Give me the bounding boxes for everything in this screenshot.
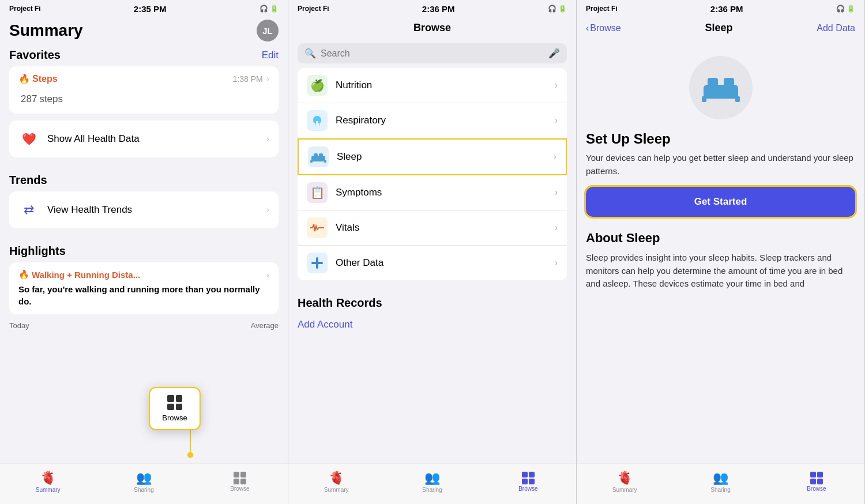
tab-summary-1[interactable]: 🫀 Summary [0,464,96,499]
respiratory-label: Respiratory [336,115,555,126]
svg-rect-11 [735,96,740,102]
svg-rect-2 [319,153,323,157]
status-bar-3: Project Fi 2:36 PM 🎧 🔋 [577,0,864,17]
mic-icon[interactable]: 🎤 [548,48,560,59]
nutrition-icon: 🍏 [307,75,328,96]
other-data-chevron-icon: › [555,258,558,268]
favorites-header: Favorites [9,48,61,62]
svg-rect-6 [311,262,323,264]
about-sleep-text: Sleep provides insight into your sleep h… [586,251,855,291]
steps-count: 287steps [18,85,269,107]
tab-sharing-label-1: Sharing [134,487,153,493]
category-sleep[interactable]: Sleep › [298,138,567,175]
sharing-icon-2: 👥 [424,471,440,486]
browse-tab-icon-2 [522,472,535,484]
today-label: Today [9,321,29,330]
carrier-3: Project Fi [586,5,618,13]
screen-browse: Project Fi 2:36 PM 🎧 🔋 Browse 🔍 🎤 🍏 Nutr… [288,0,577,504]
tab-summary-label-2: Summary [324,487,349,493]
browse-tooltip: Browse [149,387,201,430]
highlights-text: So far, you're walking and running more … [18,283,269,307]
tab-bar-2: 🫀 Summary 👥 Sharing Browse [288,464,576,504]
get-started-button[interactable]: Get Started [586,187,855,217]
summary-icon-3: 🫀 [617,471,633,486]
avatar-1[interactable]: JL [257,20,279,42]
tab-browse-2[interactable]: Browse [480,464,576,499]
category-respiratory[interactable]: Respiratory › [298,103,567,138]
category-vitals[interactable]: Vitals › [298,210,567,246]
category-other-data[interactable]: Other Data › [298,246,567,280]
tab-browse-1[interactable]: Browse [192,464,288,499]
time-3: 2:36 PM [710,4,743,14]
search-bar[interactable]: 🔍 🎤 [298,43,567,63]
show-all-health-data-button[interactable]: ❤️ Show All Health Data › [9,121,279,157]
svg-rect-4 [324,160,326,163]
vitals-chevron-icon: › [555,223,558,233]
vitals-icon [307,217,328,238]
category-list: 🍏 Nutrition › Respiratory › [298,68,567,280]
browse-tab-icon-1 [234,472,246,484]
health-records-section: Health Records Add Account [288,287,576,337]
svg-rect-9 [724,78,734,87]
tab-summary-2[interactable]: 🫀 Summary [288,464,384,499]
walking-highlight-card[interactable]: 🔥 Walking + Running Dista... › So far, y… [9,262,279,314]
tab-browse-label-1: Browse [230,486,249,492]
sleep-content-area: Set Up Sleep Your devices can help you g… [577,39,864,464]
setup-sleep-title: Set Up Sleep [586,131,855,147]
search-input[interactable] [321,48,544,59]
symptoms-label: Symptoms [336,187,555,198]
svg-rect-0 [311,156,325,161]
tab-sharing-2[interactable]: 👥 Sharing [384,464,480,499]
steps-card[interactable]: 🔥 Steps 1:38 PM › 287steps [9,66,279,114]
health-records-title: Health Records [298,296,567,310]
tab-bar-3: 🫀 Summary 👥 Sharing Browse [577,464,864,504]
show-all-chevron-icon: › [266,134,269,144]
steps-chevron-icon: › [266,74,269,84]
view-trends-label: View Health Trends [47,204,266,216]
trends-chevron-icon: › [266,205,269,215]
back-chevron-icon: ‹ [586,23,589,33]
category-symptoms[interactable]: 📋 Symptoms › [298,175,567,210]
sleep-icon [308,146,329,167]
sleep-label: Sleep [337,151,554,163]
svg-rect-7 [704,85,738,99]
browse-grid-icon [167,395,182,410]
page-title-1: Summary [9,21,83,40]
tab-summary-3[interactable]: 🫀 Summary [577,464,672,499]
category-nutrition[interactable]: 🍏 Nutrition › [298,68,567,103]
setup-sleep-desc: Your devices can help you get better sle… [586,152,855,178]
add-data-button[interactable]: Add Data [817,23,855,33]
content-1: Favorites Edit 🔥 Steps 1:38 PM › 287step… [0,46,288,464]
edit-button[interactable]: Edit [262,50,279,61]
tab-sharing-label-3: Sharing [710,487,730,493]
view-health-trends-button[interactable]: ⇄ View Health Trends › [9,191,279,228]
screen-sleep: Project Fi 2:36 PM 🎧 🔋 ‹ Browse Sleep Ad… [577,0,865,504]
svg-rect-10 [702,96,706,102]
browse-content: 🍏 Nutrition › Respiratory › [288,68,576,464]
back-button[interactable]: ‹ Browse [586,23,621,33]
heart-icon: ❤️ [18,129,39,149]
svg-rect-1 [314,153,318,157]
back-label: Browse [590,23,620,33]
tab-sharing-1[interactable]: 👥 Sharing [96,464,191,499]
respiratory-chevron-icon: › [555,115,558,126]
add-account-button[interactable]: Add Account [298,317,567,333]
vitals-label: Vitals [336,222,555,234]
sleep-icon-area [577,39,864,131]
about-sleep-title: About Sleep [586,231,855,246]
nutrition-label: Nutrition [336,80,555,91]
respiratory-icon [307,110,328,131]
svg-rect-3 [310,160,313,163]
carrier-2: Project Fi [298,5,329,13]
other-data-icon [307,253,328,273]
symptoms-icon: 📋 [307,182,328,203]
tooltip-browse-label: Browse [162,413,187,422]
tab-browse-label-3: Browse [807,486,826,492]
tab-sharing-3[interactable]: 👥 Sharing [672,464,768,499]
status-bar-2: Project Fi 2:36 PM 🎧 🔋 [288,0,576,17]
tab-browse-3[interactable]: Browse [769,464,864,499]
carrier-1: Project Fi [9,5,41,13]
sleep-bed-icon [701,73,741,102]
trends-icon: ⇄ [18,200,39,220]
sharing-icon-1: 👥 [136,471,152,486]
